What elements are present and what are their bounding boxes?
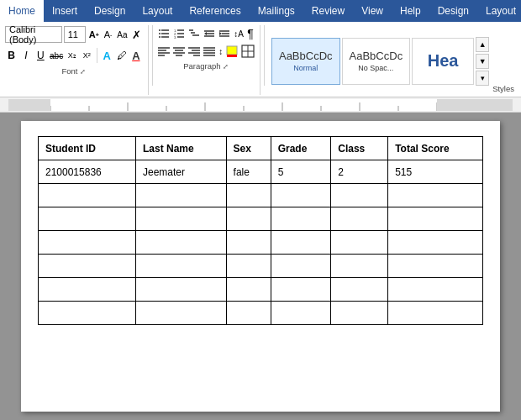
table-cell-r4-c3[interactable] (271, 255, 331, 278)
styles-group-label: Styles (489, 82, 514, 93)
multilevel-list-button[interactable] (187, 25, 201, 42)
shrink-font-button[interactable]: A- (102, 25, 114, 44)
table-cell-r4-c4[interactable] (331, 255, 388, 278)
menu-tab-review[interactable]: Review (303, 0, 353, 22)
styles-expand-button[interactable]: ▾ (476, 71, 489, 86)
menu-tab-layout2[interactable]: Layout (477, 0, 521, 22)
increase-indent-button[interactable] (218, 25, 231, 42)
table-cell-r6-c5[interactable] (388, 302, 483, 325)
table-cell-r3-c1[interactable] (135, 231, 226, 255)
shading-button[interactable] (225, 43, 239, 60)
menu-tab-design2[interactable]: Design (429, 0, 477, 22)
grow-font-button[interactable]: A+ (87, 25, 100, 44)
table-cell-r4-c5[interactable] (388, 255, 483, 278)
line-spacing-button[interactable]: ↕ (218, 43, 224, 60)
font-color-button[interactable]: A (129, 46, 142, 65)
table-cell-r5-c5[interactable] (388, 278, 483, 302)
menu-tab-view[interactable]: View (353, 0, 392, 22)
table-cell-r6-c1[interactable] (135, 302, 226, 325)
underline-button[interactable]: U (34, 46, 47, 65)
table-cell-r4-c1[interactable] (135, 255, 226, 278)
table-cell-r3-c2[interactable] (226, 231, 271, 255)
table-cell-r5-c0[interactable] (39, 278, 136, 302)
numbering-button[interactable]: 1.2.3. (172, 25, 186, 42)
sort-button[interactable]: ↕A (233, 25, 245, 42)
ruler-left-margin (8, 99, 50, 111)
borders-button[interactable] (240, 43, 255, 60)
font-size-selector[interactable]: 11 (64, 26, 87, 43)
table-cell-r3-c3[interactable] (271, 231, 331, 255)
align-center-button[interactable] (172, 43, 186, 60)
clear-formatting-button[interactable]: ✗ (130, 25, 143, 44)
table-cell-r5-c4[interactable] (331, 278, 388, 302)
table-cell-r4-c2[interactable] (226, 255, 271, 278)
highlight-button[interactable]: 🖊 (115, 46, 128, 65)
menu-tab-layout[interactable]: Layout (134, 0, 181, 22)
justify-button[interactable] (203, 43, 216, 60)
style-no-spacing-label: No Spac... (358, 64, 393, 72)
show-marks-button[interactable]: ¶ (246, 25, 255, 42)
italic-button[interactable]: I (19, 46, 32, 65)
table-cell-r2-c1[interactable] (135, 207, 226, 231)
subscript-button[interactable]: X₂ (66, 46, 78, 65)
table-cell-r1-c5[interactable] (388, 184, 483, 207)
table-cell-r4-c0[interactable] (39, 255, 136, 278)
table-cell-r1-c3[interactable] (271, 184, 331, 207)
table-cell-r2-c3[interactable] (271, 207, 331, 231)
table-row (39, 184, 483, 207)
menu-tab-design[interactable]: Design (86, 0, 134, 22)
table-cell-r2-c4[interactable] (331, 207, 388, 231)
table-cell-r6-c3[interactable] (271, 302, 331, 325)
table-cell-r3-c0[interactable] (39, 231, 136, 255)
col-header-student-id: Student ID (39, 137, 136, 160)
menu-tab-references[interactable]: References (181, 0, 249, 22)
table-cell-r5-c1[interactable] (135, 278, 226, 302)
table-cell-r2-c2[interactable] (226, 207, 271, 231)
table-row (39, 302, 483, 325)
superscript-button[interactable]: X² (81, 46, 93, 65)
table-cell-r5-c3[interactable] (271, 278, 331, 302)
styles-scroll-down-button[interactable]: ▼ (476, 54, 489, 69)
table-cell-r3-c4[interactable] (331, 231, 388, 255)
bullets-button[interactable] (157, 25, 171, 42)
style-normal-label: Normal (293, 64, 318, 72)
svg-point-3 (159, 29, 161, 31)
paragraph-group-expand[interactable]: ⤢ (223, 63, 229, 71)
table-cell-r0-c3[interactable]: 5 (271, 160, 331, 184)
table-cell-r2-c5[interactable] (388, 207, 483, 231)
table-cell-r1-c4[interactable] (331, 184, 388, 207)
font-group-expand[interactable]: ⤢ (80, 68, 86, 76)
style-heading1[interactable]: Hea (412, 38, 474, 85)
menu-tab-home[interactable]: Home (0, 0, 44, 22)
strikethrough-button[interactable]: abc (49, 46, 64, 65)
table-cell-r3-c5[interactable] (388, 231, 483, 255)
text-effects-button[interactable]: A (101, 46, 113, 65)
menu-tab-insert[interactable]: Insert (44, 0, 86, 22)
menu-tab-mailings[interactable]: Mailings (250, 0, 303, 22)
table-cell-r6-c4[interactable] (331, 302, 388, 325)
table-cell-r0-c0[interactable]: 2100015836 (39, 160, 136, 184)
align-right-button[interactable] (187, 43, 201, 60)
table-cell-r0-c4[interactable]: 2 (331, 160, 388, 184)
style-no-spacing[interactable]: AaBbCcDc No Spac... (342, 38, 411, 85)
align-left-button[interactable] (157, 43, 171, 60)
styles-scroll-up-button[interactable]: ▲ (476, 37, 489, 52)
paragraph-group: 1.2.3. ↕A ¶ (155, 25, 260, 95)
table-cell-r1-c1[interactable] (135, 184, 226, 207)
table-cell-r1-c2[interactable] (226, 184, 271, 207)
table-cell-r2-c0[interactable] (39, 207, 136, 231)
table-cell-r6-c0[interactable] (39, 302, 136, 325)
decrease-indent-button[interactable] (203, 25, 216, 42)
table-cell-r6-c2[interactable] (226, 302, 271, 325)
style-normal[interactable]: AaBbCcDc Normal (271, 38, 340, 85)
font-name-selector[interactable]: Calibri (Body) (5, 26, 62, 43)
change-case-button[interactable]: Aa (116, 25, 129, 44)
table-cell-r1-c0[interactable] (39, 184, 136, 207)
menu-tab-help[interactable]: Help (392, 0, 429, 22)
table-cell-r5-c2[interactable] (226, 278, 271, 302)
svg-marker-18 (204, 32, 207, 35)
bold-button[interactable]: B (5, 46, 18, 65)
table-cell-r0-c2[interactable]: fale (226, 160, 271, 184)
table-cell-r0-c1[interactable]: Jeemater (135, 160, 226, 184)
table-cell-r0-c5[interactable]: 515 (388, 160, 483, 184)
